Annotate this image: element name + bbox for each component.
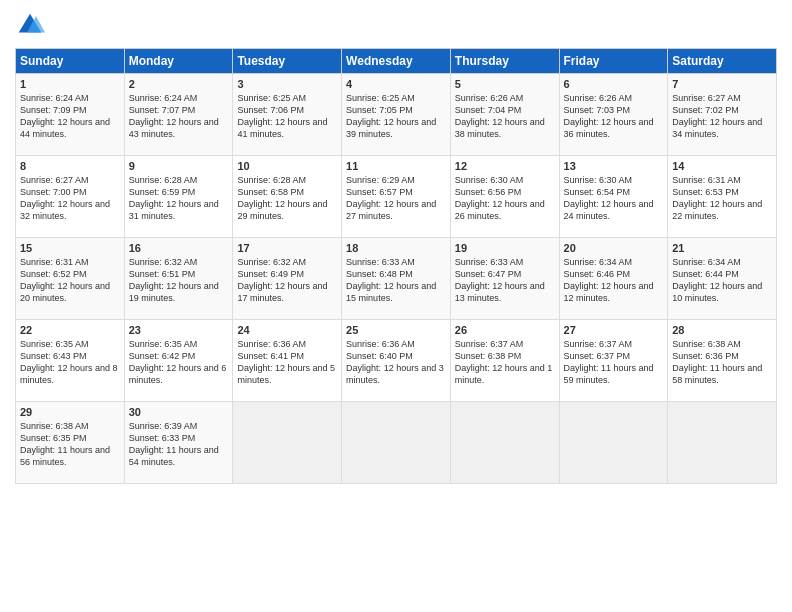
calendar-cell: 22Sunrise: 6:35 AMSunset: 6:43 PMDayligh… xyxy=(16,320,125,402)
calendar-header-row: SundayMondayTuesdayWednesdayThursdayFrid… xyxy=(16,49,777,74)
cell-content: Sunrise: 6:37 AMSunset: 6:38 PMDaylight:… xyxy=(455,338,555,387)
cell-content: Sunrise: 6:24 AMSunset: 7:09 PMDaylight:… xyxy=(20,92,120,141)
cell-content: Sunrise: 6:24 AMSunset: 7:07 PMDaylight:… xyxy=(129,92,229,141)
calendar-header-wednesday: Wednesday xyxy=(342,49,451,74)
cell-content: Sunrise: 6:34 AMSunset: 6:46 PMDaylight:… xyxy=(564,256,664,305)
calendar-header-tuesday: Tuesday xyxy=(233,49,342,74)
cell-content: Sunrise: 6:32 AMSunset: 6:51 PMDaylight:… xyxy=(129,256,229,305)
day-number: 29 xyxy=(20,406,120,418)
cell-content: Sunrise: 6:26 AMSunset: 7:04 PMDaylight:… xyxy=(455,92,555,141)
logo xyxy=(15,10,49,40)
day-number: 22 xyxy=(20,324,120,336)
calendar-week-row-1: 1Sunrise: 6:24 AMSunset: 7:09 PMDaylight… xyxy=(16,74,777,156)
calendar-week-row-2: 8Sunrise: 6:27 AMSunset: 7:00 PMDaylight… xyxy=(16,156,777,238)
cell-content: Sunrise: 6:28 AMSunset: 6:59 PMDaylight:… xyxy=(129,174,229,223)
cell-content: Sunrise: 6:27 AMSunset: 7:00 PMDaylight:… xyxy=(20,174,120,223)
calendar-week-row-4: 22Sunrise: 6:35 AMSunset: 6:43 PMDayligh… xyxy=(16,320,777,402)
day-number: 26 xyxy=(455,324,555,336)
cell-content: Sunrise: 6:33 AMSunset: 6:47 PMDaylight:… xyxy=(455,256,555,305)
day-number: 17 xyxy=(237,242,337,254)
calendar-header-monday: Monday xyxy=(124,49,233,74)
day-number: 6 xyxy=(564,78,664,90)
cell-content: Sunrise: 6:29 AMSunset: 6:57 PMDaylight:… xyxy=(346,174,446,223)
cell-content: Sunrise: 6:30 AMSunset: 6:56 PMDaylight:… xyxy=(455,174,555,223)
day-number: 7 xyxy=(672,78,772,90)
day-number: 16 xyxy=(129,242,229,254)
cell-content: Sunrise: 6:31 AMSunset: 6:53 PMDaylight:… xyxy=(672,174,772,223)
day-number: 3 xyxy=(237,78,337,90)
day-number: 8 xyxy=(20,160,120,172)
calendar-cell: 9Sunrise: 6:28 AMSunset: 6:59 PMDaylight… xyxy=(124,156,233,238)
cell-content: Sunrise: 6:30 AMSunset: 6:54 PMDaylight:… xyxy=(564,174,664,223)
calendar-cell: 19Sunrise: 6:33 AMSunset: 6:47 PMDayligh… xyxy=(450,238,559,320)
day-number: 27 xyxy=(564,324,664,336)
cell-content: Sunrise: 6:25 AMSunset: 7:06 PMDaylight:… xyxy=(237,92,337,141)
cell-content: Sunrise: 6:25 AMSunset: 7:05 PMDaylight:… xyxy=(346,92,446,141)
calendar-cell xyxy=(668,402,777,484)
calendar-week-row-3: 15Sunrise: 6:31 AMSunset: 6:52 PMDayligh… xyxy=(16,238,777,320)
day-number: 14 xyxy=(672,160,772,172)
calendar-cell xyxy=(233,402,342,484)
cell-content: Sunrise: 6:31 AMSunset: 6:52 PMDaylight:… xyxy=(20,256,120,305)
day-number: 30 xyxy=(129,406,229,418)
calendar-cell: 15Sunrise: 6:31 AMSunset: 6:52 PMDayligh… xyxy=(16,238,125,320)
day-number: 15 xyxy=(20,242,120,254)
cell-content: Sunrise: 6:28 AMSunset: 6:58 PMDaylight:… xyxy=(237,174,337,223)
day-number: 12 xyxy=(455,160,555,172)
day-number: 28 xyxy=(672,324,772,336)
calendar-cell: 30Sunrise: 6:39 AMSunset: 6:33 PMDayligh… xyxy=(124,402,233,484)
cell-content: Sunrise: 6:36 AMSunset: 6:40 PMDaylight:… xyxy=(346,338,446,387)
cell-content: Sunrise: 6:26 AMSunset: 7:03 PMDaylight:… xyxy=(564,92,664,141)
calendar-cell: 18Sunrise: 6:33 AMSunset: 6:48 PMDayligh… xyxy=(342,238,451,320)
calendar-cell: 14Sunrise: 6:31 AMSunset: 6:53 PMDayligh… xyxy=(668,156,777,238)
calendar-cell: 13Sunrise: 6:30 AMSunset: 6:54 PMDayligh… xyxy=(559,156,668,238)
day-number: 11 xyxy=(346,160,446,172)
calendar-header-sunday: Sunday xyxy=(16,49,125,74)
cell-content: Sunrise: 6:36 AMSunset: 6:41 PMDaylight:… xyxy=(237,338,337,387)
calendar-cell: 28Sunrise: 6:38 AMSunset: 6:36 PMDayligh… xyxy=(668,320,777,402)
cell-content: Sunrise: 6:35 AMSunset: 6:43 PMDaylight:… xyxy=(20,338,120,387)
calendar-cell: 5Sunrise: 6:26 AMSunset: 7:04 PMDaylight… xyxy=(450,74,559,156)
day-number: 24 xyxy=(237,324,337,336)
calendar-cell: 2Sunrise: 6:24 AMSunset: 7:07 PMDaylight… xyxy=(124,74,233,156)
calendar-header-saturday: Saturday xyxy=(668,49,777,74)
calendar-cell: 6Sunrise: 6:26 AMSunset: 7:03 PMDaylight… xyxy=(559,74,668,156)
header xyxy=(15,10,777,40)
cell-content: Sunrise: 6:33 AMSunset: 6:48 PMDaylight:… xyxy=(346,256,446,305)
cell-content: Sunrise: 6:32 AMSunset: 6:49 PMDaylight:… xyxy=(237,256,337,305)
day-number: 4 xyxy=(346,78,446,90)
calendar-cell: 16Sunrise: 6:32 AMSunset: 6:51 PMDayligh… xyxy=(124,238,233,320)
calendar-cell: 24Sunrise: 6:36 AMSunset: 6:41 PMDayligh… xyxy=(233,320,342,402)
calendar-cell: 3Sunrise: 6:25 AMSunset: 7:06 PMDaylight… xyxy=(233,74,342,156)
calendar-cell: 29Sunrise: 6:38 AMSunset: 6:35 PMDayligh… xyxy=(16,402,125,484)
day-number: 20 xyxy=(564,242,664,254)
calendar-table: SundayMondayTuesdayWednesdayThursdayFrid… xyxy=(15,48,777,484)
logo-icon xyxy=(15,10,45,40)
day-number: 2 xyxy=(129,78,229,90)
day-number: 9 xyxy=(129,160,229,172)
calendar-cell: 8Sunrise: 6:27 AMSunset: 7:00 PMDaylight… xyxy=(16,156,125,238)
day-number: 13 xyxy=(564,160,664,172)
day-number: 25 xyxy=(346,324,446,336)
calendar-cell: 21Sunrise: 6:34 AMSunset: 6:44 PMDayligh… xyxy=(668,238,777,320)
day-number: 1 xyxy=(20,78,120,90)
day-number: 5 xyxy=(455,78,555,90)
cell-content: Sunrise: 6:39 AMSunset: 6:33 PMDaylight:… xyxy=(129,420,229,469)
cell-content: Sunrise: 6:27 AMSunset: 7:02 PMDaylight:… xyxy=(672,92,772,141)
cell-content: Sunrise: 6:38 AMSunset: 6:35 PMDaylight:… xyxy=(20,420,120,469)
day-number: 21 xyxy=(672,242,772,254)
day-number: 10 xyxy=(237,160,337,172)
cell-content: Sunrise: 6:37 AMSunset: 6:37 PMDaylight:… xyxy=(564,338,664,387)
calendar-header-thursday: Thursday xyxy=(450,49,559,74)
calendar-cell xyxy=(559,402,668,484)
calendar-cell xyxy=(342,402,451,484)
calendar-cell: 4Sunrise: 6:25 AMSunset: 7:05 PMDaylight… xyxy=(342,74,451,156)
calendar-cell: 27Sunrise: 6:37 AMSunset: 6:37 PMDayligh… xyxy=(559,320,668,402)
calendar-cell: 12Sunrise: 6:30 AMSunset: 6:56 PMDayligh… xyxy=(450,156,559,238)
calendar-week-row-5: 29Sunrise: 6:38 AMSunset: 6:35 PMDayligh… xyxy=(16,402,777,484)
calendar-cell: 25Sunrise: 6:36 AMSunset: 6:40 PMDayligh… xyxy=(342,320,451,402)
calendar-header-friday: Friday xyxy=(559,49,668,74)
calendar-cell: 11Sunrise: 6:29 AMSunset: 6:57 PMDayligh… xyxy=(342,156,451,238)
calendar-cell xyxy=(450,402,559,484)
calendar-cell: 1Sunrise: 6:24 AMSunset: 7:09 PMDaylight… xyxy=(16,74,125,156)
